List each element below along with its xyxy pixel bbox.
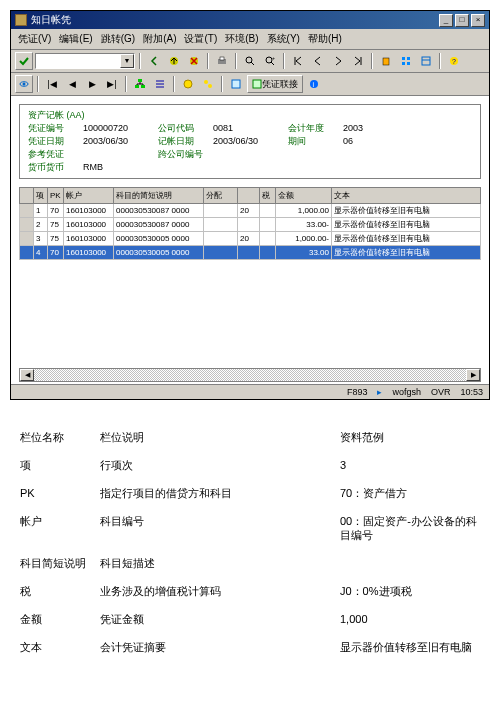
nav-prev-icon[interactable]: ◀ <box>63 75 81 93</box>
table-row[interactable]: 3 75 160103000 000030530005 0000 20 1,00… <box>20 232 481 246</box>
menu-edit[interactable]: 编辑(E) <box>56 31 95 47</box>
header-row: 凭证日期2003/06/30 记帐日期2003/06/30 期间06 <box>28 135 472 148</box>
doc-field-name: 项 <box>20 458 100 472</box>
info-icon[interactable]: i <box>305 75 323 93</box>
doc-field-example: 1,000 <box>340 612 480 626</box>
company-code-value: 0081 <box>213 122 288 135</box>
check-icon[interactable] <box>15 52 33 70</box>
tax-icon[interactable] <box>199 75 217 93</box>
cell-account: 160103000 <box>64 218 114 232</box>
last-page-icon[interactable] <box>349 52 367 70</box>
nav-next-icon[interactable]: ▶ <box>83 75 101 93</box>
svg-rect-12 <box>402 62 405 65</box>
cell-desc: 000030530087 0000 <box>114 204 204 218</box>
col-pk[interactable]: PK <box>48 188 64 204</box>
prev-page-icon[interactable] <box>309 52 327 70</box>
menu-settings[interactable]: 设置(T) <box>181 31 220 47</box>
cell-blank: 20 <box>238 232 260 246</box>
table-row[interactable]: 2 75 160103000 000030530087 0000 33.00- … <box>20 218 481 232</box>
menu-goto[interactable]: 跳转(G) <box>98 31 138 47</box>
layout-icon[interactable] <box>417 52 435 70</box>
svg-rect-20 <box>135 85 139 88</box>
row-selector[interactable] <box>20 232 34 246</box>
col-account[interactable]: 帐户 <box>64 188 114 204</box>
row-selector[interactable] <box>20 246 34 260</box>
row-selector[interactable] <box>20 204 34 218</box>
titlebar: 知日帐凭 _ □ × <box>11 11 489 29</box>
link-label: 凭证联接 <box>262 78 298 91</box>
posting-date-label: 记帐日期 <box>158 135 213 148</box>
tree-icon[interactable] <box>131 75 149 93</box>
header-icon[interactable] <box>227 75 245 93</box>
doc-number-label: 凭证编号 <box>28 122 83 135</box>
col-amount[interactable]: 金额 <box>276 188 332 204</box>
close-button[interactable]: × <box>471 14 485 27</box>
svg-rect-9 <box>383 58 389 65</box>
svg-rect-19 <box>138 79 142 82</box>
doc-row: 金额 凭证金额 1,000 <box>20 612 480 626</box>
statusbar: F893 ▸ wofgsh OVR 10:53 <box>11 384 489 399</box>
cell-text: 显示器价值转移至旧有电脑 <box>332 232 481 246</box>
doc-row: 项 行项次 3 <box>20 458 480 472</box>
scroll-left-icon[interactable]: ◀ <box>20 369 34 381</box>
menu-environment[interactable]: 环境(B) <box>222 31 261 47</box>
maximize-button[interactable]: □ <box>455 14 469 27</box>
doc-field-desc: 凭证金额 <box>100 612 340 626</box>
doc-field-desc: 行项次 <box>100 458 340 472</box>
nav-last-icon[interactable]: ▶| <box>103 75 121 93</box>
back-icon[interactable] <box>145 52 163 70</box>
scroll-right-icon[interactable]: ▶ <box>466 369 480 381</box>
doc-field-desc: 科目编号 <box>100 514 340 542</box>
col-tax[interactable]: 税 <box>260 188 276 204</box>
menu-system[interactable]: 系统(Y) <box>264 31 303 47</box>
col-desc[interactable]: 科目的简短说明 <box>114 188 204 204</box>
help-icon[interactable]: ? <box>445 52 463 70</box>
col-item[interactable]: 项 <box>34 188 48 204</box>
toolbar-1: ▼ + ? <box>11 50 489 73</box>
overview-icon[interactable] <box>397 52 415 70</box>
find-next-icon[interactable]: + <box>261 52 279 70</box>
col-assign[interactable]: 分配 <box>204 188 238 204</box>
scroll-track[interactable] <box>34 369 466 381</box>
paste-icon[interactable] <box>377 52 395 70</box>
table-row[interactable]: 4 70 160103000 000030530005 0000 33.00 显… <box>20 246 481 260</box>
command-dropdown[interactable]: ▼ <box>35 53 135 69</box>
menu-help[interactable]: 帮助(H) <box>305 31 345 47</box>
next-page-icon[interactable] <box>329 52 347 70</box>
col-text[interactable]: 文本 <box>332 188 481 204</box>
cell-tax <box>260 218 276 232</box>
posting-date-value: 2003/06/30 <box>213 135 288 148</box>
app-window: 知日帐凭 _ □ × 凭证(V) 编辑(E) 跳转(G) 附加(A) 设置(T)… <box>10 10 490 400</box>
menu-voucher[interactable]: 凭证(V) <box>15 31 54 47</box>
fiscal-year-label: 会计年度 <box>288 122 343 135</box>
company-code-label: 公司代码 <box>158 122 213 135</box>
minimize-button[interactable]: _ <box>439 14 453 27</box>
period-label: 期间 <box>288 135 343 148</box>
doc-col-desc: 栏位说明 <box>100 430 340 444</box>
table-row[interactable]: 1 70 160103000 000030530087 0000 20 1,00… <box>20 204 481 218</box>
first-page-icon[interactable] <box>289 52 307 70</box>
display-icon[interactable] <box>15 75 33 93</box>
find-icon[interactable] <box>241 52 259 70</box>
nav-first-icon[interactable]: |◀ <box>43 75 61 93</box>
horizontal-scrollbar[interactable]: ◀ ▶ <box>19 368 481 382</box>
col-blank[interactable] <box>238 188 260 204</box>
print-icon[interactable] <box>213 52 231 70</box>
currency-icon[interactable] <box>179 75 197 93</box>
exit-icon[interactable] <box>185 52 203 70</box>
menu-extras[interactable]: 附加(A) <box>140 31 179 47</box>
doc-field-name: 文本 <box>20 640 100 654</box>
fiscal-year-value: 2003 <box>343 122 418 135</box>
col-select[interactable] <box>20 188 34 204</box>
row-selector[interactable] <box>20 218 34 232</box>
cell-tax <box>260 246 276 260</box>
link-button[interactable]: 凭证联接 <box>247 75 303 93</box>
list-icon[interactable] <box>151 75 169 93</box>
dropdown-arrow-icon[interactable]: ▼ <box>120 54 134 68</box>
svg-text:?: ? <box>452 58 456 65</box>
doc-number-value: 100000720 <box>83 122 158 135</box>
doc-field-example: 00：固定资产-办公设备的科目编号 <box>340 514 480 542</box>
up-icon[interactable] <box>165 52 183 70</box>
doc-field-example: J0：0%进项税 <box>340 584 480 598</box>
doc-col-name: 栏位名称 <box>20 430 100 444</box>
